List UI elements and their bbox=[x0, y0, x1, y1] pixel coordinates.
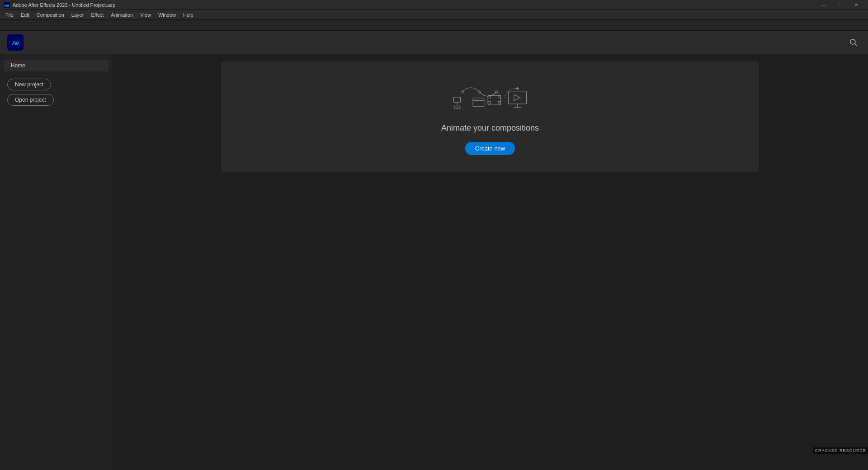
menu-animation[interactable]: Animation bbox=[107, 10, 137, 20]
maximize-button[interactable]: □ bbox=[832, 0, 848, 10]
main-content: Animate your compositions Create new bbox=[112, 54, 868, 470]
menu-layer[interactable]: Layer bbox=[68, 10, 88, 20]
svg-line-8 bbox=[459, 105, 461, 108]
svg-rect-12 bbox=[473, 98, 484, 107]
svg-point-9 bbox=[461, 91, 464, 94]
menu-view[interactable]: View bbox=[137, 10, 155, 20]
svg-rect-14 bbox=[488, 95, 500, 105]
title-bar-controls: — □ ✕ bbox=[816, 0, 864, 10]
sidebar: Home New project Open project bbox=[0, 54, 112, 470]
menu-bar: File Edit Composition Layer Effect Anima… bbox=[0, 10, 868, 20]
svg-line-7 bbox=[453, 105, 455, 108]
content-area: Home New project Open project bbox=[0, 54, 868, 470]
minimize-button[interactable]: — bbox=[816, 0, 832, 10]
hero-title: Animate your compositions bbox=[441, 123, 539, 133]
new-project-button[interactable]: New project bbox=[7, 79, 51, 90]
title-bar: Ae Adobe After Effects 2023 - Untitled P… bbox=[0, 0, 868, 10]
menu-help[interactable]: Help bbox=[179, 10, 197, 20]
menu-file[interactable]: File bbox=[2, 10, 17, 20]
watermark: CRACKED RESOURCE bbox=[813, 447, 868, 454]
svg-marker-20 bbox=[514, 94, 520, 100]
menu-edit[interactable]: Edit bbox=[17, 10, 33, 20]
hero-illustration bbox=[449, 78, 531, 114]
tab-bar bbox=[0, 20, 868, 31]
svg-text:Ae: Ae bbox=[4, 3, 9, 8]
svg-line-3 bbox=[855, 44, 857, 46]
svg-marker-23 bbox=[516, 87, 519, 89]
menu-effect[interactable]: Effect bbox=[87, 10, 107, 20]
menu-composition[interactable]: Composition bbox=[33, 10, 68, 20]
search-button[interactable] bbox=[846, 35, 861, 50]
svg-rect-19 bbox=[509, 91, 527, 104]
menu-window[interactable]: Window bbox=[155, 10, 179, 20]
ae-logo: Ae bbox=[7, 34, 24, 51]
ae-title-icon: Ae bbox=[4, 2, 10, 8]
main-header: Ae bbox=[0, 31, 868, 54]
hero-card: Animate your compositions Create new bbox=[221, 61, 759, 172]
svg-rect-18 bbox=[498, 101, 501, 104]
svg-rect-4 bbox=[453, 97, 460, 102]
close-button[interactable]: ✕ bbox=[848, 0, 864, 10]
create-new-button[interactable]: Create new bbox=[465, 142, 515, 155]
sidebar-item-home[interactable]: Home bbox=[4, 60, 108, 71]
open-project-button[interactable]: Open project bbox=[7, 94, 54, 106]
title-bar-left: Ae Adobe After Effects 2023 - Untitled P… bbox=[4, 2, 115, 8]
sidebar-buttons: New project Open project bbox=[0, 79, 112, 106]
svg-rect-16 bbox=[488, 101, 491, 104]
title-bar-title: Adobe After Effects 2023 - Untitled Proj… bbox=[13, 2, 115, 8]
